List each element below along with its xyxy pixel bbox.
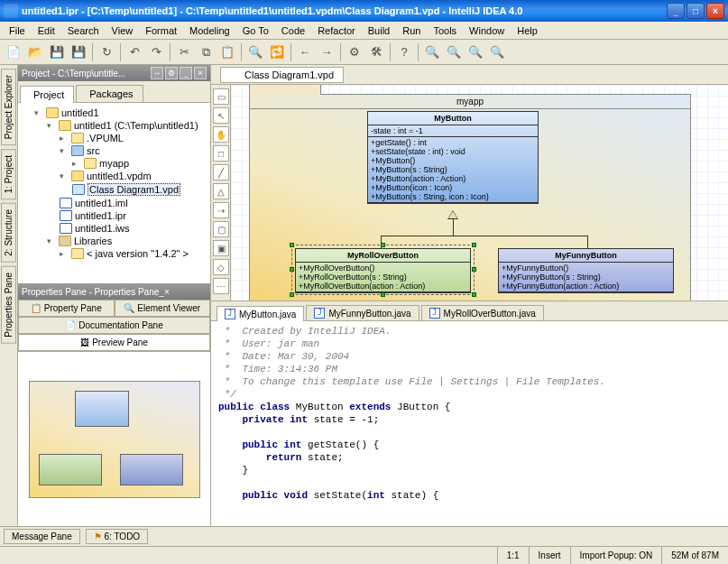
- tab-packages[interactable]: Packages: [76, 85, 143, 102]
- maximize-button[interactable]: □: [687, 3, 705, 19]
- tree-module[interactable]: untitled1 (C:\Temp\untitled1): [47, 119, 207, 132]
- find-button[interactable]: 🔍: [245, 42, 265, 62]
- palette-select-icon[interactable]: ▭: [213, 88, 229, 105]
- props-close-icon[interactable]: ×: [164, 287, 170, 297]
- attributes: -state : int = -1: [368, 125, 538, 137]
- back-button[interactable]: ←: [295, 42, 315, 62]
- iws-icon: [60, 223, 72, 234]
- editor-tab-mybutton[interactable]: JMyButton.java: [217, 306, 304, 321]
- settings-button[interactable]: 🛠: [366, 42, 386, 62]
- tree-ipr[interactable]: untitled1.ipr: [60, 209, 207, 222]
- undo-button[interactable]: ↶: [124, 42, 144, 62]
- close-button[interactable]: ×: [706, 3, 724, 19]
- tab-element-viewer[interactable]: 🔍Element Viewer: [115, 300, 211, 316]
- main-toolbar: 📄 📂 💾 💾 ↻ ↶ ↷ ✂ ⧉ 📋 🔍 🔁 ← → ⚙ 🛠 ? 🔍 🔍 🔍 …: [0, 40, 728, 65]
- tree-src[interactable]: src: [60, 144, 207, 157]
- tree-java[interactable]: < java version "1.4.2" >: [60, 247, 207, 260]
- package-icon: [84, 158, 97, 169]
- todo-button[interactable]: ⚑ 6: TODO: [86, 529, 148, 544]
- tab-property-pane[interactable]: 📋Property Pane: [18, 300, 115, 316]
- help-button[interactable]: ?: [394, 42, 414, 62]
- menu-tools[interactable]: Tools: [428, 23, 462, 38]
- project-pane-header: Project - C:\Temp\untitle... ↔ ⚙ _ ×: [18, 65, 210, 81]
- palette-more-icon[interactable]: ⋯: [213, 278, 229, 294]
- sync-button[interactable]: ↻: [97, 42, 116, 62]
- palette-assoc-icon[interactable]: ╱: [213, 164, 229, 180]
- tab-project[interactable]: Project: [20, 86, 74, 103]
- cut-button[interactable]: ✂: [174, 42, 194, 62]
- copy-button[interactable]: ⧉: [196, 42, 216, 62]
- tab-documentation-pane[interactable]: 📄Documentation Pane: [18, 317, 210, 333]
- diagram-tab[interactable]: Class Diagram1.vpd: [220, 67, 344, 83]
- build-button[interactable]: ⚙: [345, 42, 364, 62]
- save-button[interactable]: 💾: [47, 42, 67, 62]
- zoom-out-button[interactable]: 🔍: [444, 42, 464, 62]
- palette-note2-icon[interactable]: ◇: [213, 259, 229, 275]
- tree-diagram[interactable]: Class Diagram1.vpd: [72, 182, 207, 197]
- menu-run[interactable]: Run: [397, 23, 426, 38]
- pane-collapse-icon[interactable]: ↔: [151, 67, 163, 79]
- selection-handles[interactable]: [291, 245, 475, 295]
- menu-code[interactable]: Code: [276, 23, 310, 38]
- tree-root[interactable]: untitled1: [34, 106, 207, 119]
- saveall-button[interactable]: 💾: [69, 42, 88, 62]
- code-editor[interactable]: * Created by IntelliJ IDEA. * User: jar …: [211, 321, 728, 526]
- diagram-canvas[interactable]: myapp MyButton -state : int = -1 +getSta…: [231, 85, 728, 300]
- tab-preview-pane[interactable]: 🖼Preview Pane: [18, 334, 210, 350]
- open-button[interactable]: 📂: [25, 42, 45, 62]
- tree-iml[interactable]: untitled1.iml: [60, 197, 207, 209]
- palette-note-icon[interactable]: ▢: [213, 221, 229, 237]
- menu-file[interactable]: File: [4, 23, 31, 38]
- menu-format[interactable]: Format: [140, 23, 182, 38]
- menu-goto[interactable]: Go To: [237, 23, 274, 38]
- side-tab-project-explorer[interactable]: Project Explorer: [1, 69, 16, 145]
- tree-iws[interactable]: untitled1.iws: [60, 222, 207, 235]
- message-pane-button[interactable]: Message Pane: [4, 529, 80, 544]
- menu-window[interactable]: Window: [464, 23, 510, 38]
- palette-hand-icon[interactable]: ✋: [213, 126, 229, 143]
- palette-pointer-icon[interactable]: ↖: [213, 107, 229, 124]
- redo-button[interactable]: ↷: [146, 42, 166, 62]
- tree-vpuml[interactable]: .VPUML: [60, 132, 207, 144]
- zoom-in-button[interactable]: 🔍: [422, 42, 442, 62]
- properties-pane-title: Properties Pane - Properties Pane: [22, 287, 159, 297]
- new-button[interactable]: 📄: [4, 42, 23, 62]
- menu-view[interactable]: View: [106, 23, 139, 38]
- editor-tab-myrolloverbutton[interactable]: JMyRollOverButton.java: [421, 305, 544, 320]
- pane-gear-icon[interactable]: ⚙: [165, 67, 178, 79]
- iml-icon: [60, 198, 72, 208]
- forward-button[interactable]: →: [317, 42, 336, 62]
- palette-generalization-icon[interactable]: △: [213, 183, 229, 199]
- preview-pane[interactable]: [18, 351, 210, 526]
- editor-tab-myfunnybutton[interactable]: JMyFunnyButton.java: [306, 305, 419, 320]
- tree-vpdm[interactable]: untitled1.vpdm: [60, 170, 207, 182]
- project-tree[interactable]: untitled1 untitled1 (C:\Temp\untitled1) …: [18, 103, 210, 283]
- status-import-popup: Import Popup: ON: [570, 547, 662, 564]
- uml-class-myfunnybutton[interactable]: MyFunnyButton +MyFunnyButton() +MyFunnyB…: [498, 248, 674, 293]
- menu-edit[interactable]: Edit: [32, 23, 60, 38]
- side-tab-structure[interactable]: 2: Structure: [1, 203, 16, 263]
- pane-min-icon[interactable]: _: [180, 67, 192, 79]
- side-tab-project[interactable]: 1: Project: [1, 149, 16, 199]
- uml-package[interactable]: myapp MyButton -state : int = -1 +getSta…: [249, 94, 691, 300]
- zoom-fit-button[interactable]: 🔍: [465, 42, 485, 62]
- menu-modeling[interactable]: Modeling: [184, 23, 235, 38]
- zoom-reset-button[interactable]: 🔍: [487, 42, 507, 62]
- menu-help[interactable]: Help: [511, 23, 543, 38]
- menu-refactor[interactable]: Refactor: [312, 23, 361, 38]
- jdk-icon: [71, 248, 84, 259]
- menu-search[interactable]: Search: [62, 23, 105, 38]
- tree-myapp[interactable]: myapp: [72, 157, 207, 170]
- replace-button[interactable]: 🔁: [267, 42, 287, 62]
- paste-button[interactable]: 📋: [217, 42, 237, 62]
- minimize-button[interactable]: _: [667, 3, 685, 19]
- pane-close-icon[interactable]: ×: [194, 67, 207, 79]
- palette-package-icon[interactable]: ▣: [213, 240, 229, 256]
- palette-dependency-icon[interactable]: ⇢: [213, 202, 229, 218]
- side-tab-properties[interactable]: Properties Pane: [1, 266, 16, 344]
- palette-class-icon[interactable]: □: [213, 145, 229, 162]
- menu-build[interactable]: Build: [363, 23, 395, 38]
- tree-libraries[interactable]: Libraries: [47, 235, 207, 247]
- status-memory[interactable]: 52M of 87M: [661, 547, 728, 564]
- uml-class-mybutton[interactable]: MyButton -state : int = -1 +getState() :…: [367, 111, 539, 204]
